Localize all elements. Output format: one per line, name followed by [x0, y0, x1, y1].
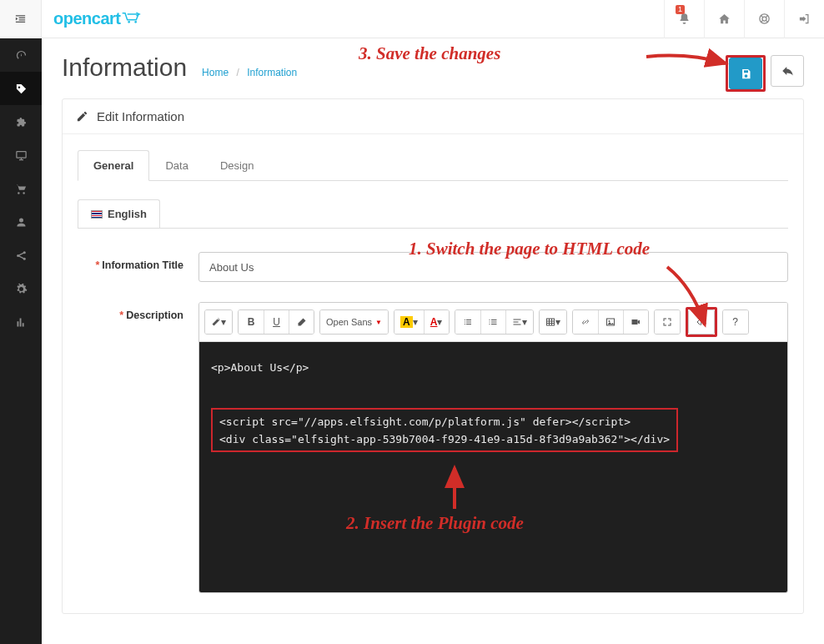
- home-button[interactable]: [704, 0, 744, 38]
- tool-table[interactable]: ▾: [540, 310, 566, 334]
- label-title: *Information Title: [78, 252, 198, 271]
- annotation-plugin-code-box: <script src="//apps.elfsight.com/p/platf…: [211, 408, 678, 452]
- chart-icon: [15, 316, 28, 329]
- breadcrumb: Home / Information: [202, 67, 297, 78]
- flag-gb-icon: [91, 210, 103, 219]
- sidebar: [0, 38, 42, 644]
- rich-editor: ▾ B U Open Sans▼ A▾ A▾: [198, 302, 788, 593]
- list-ul-icon: [463, 317, 473, 327]
- label-description: *Description: [78, 302, 198, 321]
- tool-clear-format[interactable]: [289, 310, 314, 334]
- sidebar-reports[interactable]: [0, 305, 42, 339]
- list-ol-icon: [488, 317, 498, 327]
- tag-icon: [15, 83, 28, 95]
- tool-magic[interactable]: ▾: [205, 310, 232, 334]
- main-tabs: General Data Design: [78, 149, 788, 181]
- breadcrumb-current[interactable]: Information: [247, 67, 297, 78]
- user-icon: [15, 216, 28, 229]
- tool-image[interactable]: [598, 310, 623, 334]
- svg-rect-4: [16, 151, 25, 158]
- help-button[interactable]: [744, 0, 784, 38]
- menu-toggle-button[interactable]: [0, 0, 42, 38]
- sidebar-marketing[interactable]: [0, 239, 42, 272]
- magic-icon: [211, 317, 221, 327]
- tool-ul[interactable]: [455, 310, 480, 334]
- save-icon: [740, 68, 752, 80]
- sidebar-dashboard[interactable]: [0, 38, 42, 72]
- sidebar-extensions[interactable]: [0, 105, 42, 138]
- table-icon: [545, 317, 555, 327]
- sidebar-system[interactable]: [0, 272, 42, 305]
- tab-general[interactable]: General: [78, 150, 149, 181]
- tool-font-family[interactable]: Open Sans▼: [320, 310, 388, 334]
- tool-video[interactable]: [623, 310, 648, 334]
- code-editor[interactable]: <p>About Us</p> <script src="//apps.elfs…: [199, 342, 787, 592]
- notification-badge: 1: [676, 5, 685, 14]
- tab-data[interactable]: Data: [149, 150, 203, 181]
- life-ring-icon: [758, 13, 771, 25]
- puzzle-icon: [15, 116, 28, 128]
- tool-code-view[interactable]: [689, 310, 714, 334]
- code-line-3: <div class="elfsight-app-539b7004-f929-4…: [219, 433, 670, 445]
- logout-icon: [798, 13, 811, 25]
- tool-font-color[interactable]: A▾: [394, 310, 424, 334]
- back-button[interactable]: [771, 55, 804, 87]
- save-button[interactable]: [729, 58, 762, 89]
- share-icon: [15, 249, 28, 262]
- tool-underline[interactable]: U: [264, 310, 289, 334]
- eraser-icon: [297, 317, 307, 327]
- video-icon: [631, 317, 641, 327]
- code-line-1: <p>About Us</p>: [211, 361, 309, 374]
- information-title-input[interactable]: [198, 252, 788, 282]
- logo[interactable]: opencart: [53, 9, 142, 28]
- row-description: *Description ▾ B U Open Sans▼: [78, 302, 788, 593]
- code-icon: [696, 317, 707, 327]
- main-content: Information Home / Information Edit Info…: [42, 38, 824, 644]
- image-icon: [605, 317, 615, 327]
- page-title: Information: [62, 53, 187, 82]
- sidebar-catalog[interactable]: [0, 72, 42, 105]
- sidebar-customers[interactable]: [0, 205, 42, 239]
- code-line-2: <script src="//apps.elfsight.com/p/platf…: [219, 415, 631, 428]
- cart-icon: [122, 9, 142, 28]
- tool-bold[interactable]: B: [239, 310, 264, 334]
- tool-ol[interactable]: [480, 310, 505, 334]
- editor-toolbar: ▾ B U Open Sans▼ A▾ A▾: [199, 303, 787, 342]
- sidebar-sales[interactable]: [0, 172, 42, 205]
- home-icon: [718, 13, 731, 25]
- gear-icon: [15, 283, 28, 295]
- notifications-button[interactable]: 1: [664, 0, 704, 38]
- svg-rect-11: [632, 319, 638, 325]
- language-tabs: English: [78, 199, 788, 228]
- desktop-icon: [15, 149, 28, 162]
- pencil-icon: [76, 110, 88, 123]
- svg-point-10: [609, 320, 610, 322]
- sidebar-design[interactable]: [0, 138, 42, 172]
- svg-point-0: [128, 21, 131, 23]
- bell-icon: [678, 13, 691, 25]
- tool-help[interactable]: ?: [723, 310, 748, 334]
- reply-icon: [781, 65, 794, 78]
- panel-heading: Edit Information: [63, 99, 803, 134]
- form-area: *Information Title *Description ▾ B U: [78, 228, 788, 593]
- tool-fullscreen[interactable]: [655, 310, 680, 334]
- tool-link[interactable]: [573, 310, 598, 334]
- svg-point-1: [135, 21, 138, 23]
- svg-rect-8: [546, 319, 554, 325]
- lang-tab-english[interactable]: English: [78, 199, 160, 228]
- breadcrumb-separator: /: [236, 67, 239, 78]
- topbar: opencart 1: [0, 0, 824, 38]
- tab-design[interactable]: Design: [204, 150, 269, 181]
- svg-point-3: [762, 17, 766, 21]
- edit-panel: Edit Information General Data Design Eng…: [62, 98, 804, 614]
- dashboard-icon: [15, 49, 28, 62]
- expand-icon: [662, 317, 672, 327]
- tool-align[interactable]: ▾: [505, 310, 533, 334]
- logo-text: opencart: [53, 9, 120, 28]
- logout-button[interactable]: [784, 0, 824, 38]
- tool-back-color[interactable]: A▾: [424, 310, 449, 334]
- header-actions: 1: [664, 0, 824, 38]
- annotation-save-highlight: [726, 55, 766, 92]
- breadcrumb-home[interactable]: Home: [202, 67, 229, 78]
- lang-tab-label: English: [108, 208, 147, 220]
